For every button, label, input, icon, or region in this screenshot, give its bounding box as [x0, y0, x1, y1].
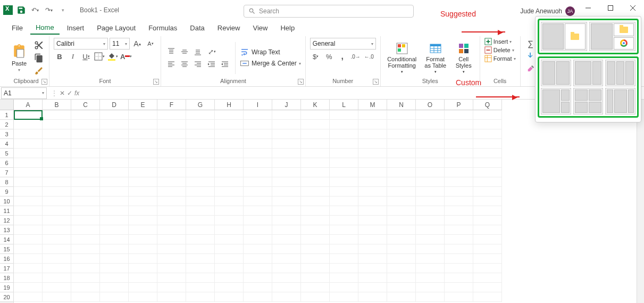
cell[interactable] — [215, 158, 244, 168]
cell[interactable] — [71, 129, 100, 139]
cell[interactable] — [43, 168, 71, 177]
cell[interactable] — [387, 264, 416, 273]
cell[interactable] — [100, 235, 129, 244]
cell[interactable] — [387, 225, 416, 235]
column-header[interactable]: A — [14, 100, 43, 110]
snap-layout-half[interactable] — [541, 60, 571, 86]
cell[interactable] — [100, 244, 129, 254]
cell[interactable] — [157, 273, 186, 283]
percent-format-button[interactable]: % — [323, 51, 335, 62]
cell[interactable] — [301, 110, 330, 120]
cell[interactable] — [157, 283, 186, 292]
cell[interactable] — [272, 235, 301, 244]
cell[interactable] — [244, 264, 272, 273]
increase-decimal-button[interactable]: .0→ — [350, 51, 362, 62]
font-name-combo[interactable]: Calibri▾ — [54, 38, 108, 50]
cell[interactable] — [387, 177, 416, 187]
cell[interactable] — [387, 292, 416, 302]
row-header[interactable]: 3 — [0, 129, 13, 139]
cell[interactable] — [416, 149, 445, 158]
cell[interactable] — [244, 139, 272, 149]
cell[interactable] — [186, 235, 215, 244]
enter-formula-button[interactable]: ✓ — [67, 89, 72, 97]
cell[interactable] — [215, 206, 244, 216]
cell[interactable] — [301, 120, 330, 129]
cell[interactable] — [445, 273, 473, 283]
cell[interactable] — [473, 292, 502, 302]
cell[interactable] — [157, 292, 186, 302]
cell[interactable] — [186, 283, 215, 292]
cell[interactable] — [100, 187, 129, 196]
accounting-format-button[interactable]: $▾ — [310, 51, 322, 62]
cell[interactable] — [71, 110, 100, 120]
cell[interactable] — [445, 292, 473, 302]
cell[interactable] — [100, 254, 129, 264]
cell[interactable] — [215, 110, 244, 120]
cell[interactable] — [330, 283, 358, 292]
cell[interactable] — [445, 264, 473, 273]
cell[interactable] — [186, 158, 215, 168]
cell[interactable] — [14, 244, 43, 254]
cell[interactable] — [71, 283, 100, 292]
cell[interactable] — [244, 244, 272, 254]
cell[interactable] — [71, 187, 100, 196]
cell[interactable] — [416, 292, 445, 302]
cell[interactable] — [129, 139, 157, 149]
column-header[interactable]: F — [157, 100, 186, 110]
align-middle-button[interactable] — [179, 46, 190, 57]
cell[interactable] — [416, 110, 445, 120]
cell[interactable] — [157, 120, 186, 129]
align-center-button[interactable] — [179, 59, 190, 69]
merge-center-button[interactable]: Merge & Center ▾ — [240, 59, 301, 68]
cell[interactable] — [358, 158, 387, 168]
orientation-button[interactable]: ⤢▾ — [206, 46, 218, 57]
cell[interactable] — [14, 177, 43, 187]
cell[interactable] — [215, 139, 244, 149]
cell[interactable] — [186, 196, 215, 206]
snap-layout-thirds[interactable] — [605, 60, 635, 86]
cell[interactable] — [186, 177, 215, 187]
cell[interactable] — [186, 187, 215, 196]
cell[interactable] — [43, 216, 71, 225]
tab-file[interactable]: File — [6, 22, 28, 34]
increase-font-button[interactable]: A▴ — [131, 38, 143, 49]
cell[interactable] — [157, 254, 186, 264]
cell[interactable] — [71, 254, 100, 264]
cell[interactable] — [330, 158, 358, 168]
cell[interactable] — [272, 206, 301, 216]
cell[interactable] — [43, 264, 71, 273]
cell[interactable] — [301, 254, 330, 264]
vertical-scrollbar[interactable] — [637, 100, 644, 303]
cell[interactable] — [14, 110, 43, 120]
align-right-button[interactable] — [192, 59, 204, 69]
number-launcher[interactable]: ↘ — [373, 79, 379, 85]
row-header[interactable]: 18 — [0, 273, 13, 283]
cell[interactable] — [445, 216, 473, 225]
cell[interactable] — [244, 254, 272, 264]
copy-button[interactable] — [33, 53, 45, 63]
cell[interactable] — [129, 254, 157, 264]
cell[interactable] — [157, 235, 186, 244]
cell[interactable] — [358, 177, 387, 187]
cell[interactable] — [330, 110, 358, 120]
cell[interactable] — [157, 216, 186, 225]
tab-review[interactable]: Review — [212, 22, 246, 34]
cell[interactable] — [100, 196, 129, 206]
cell[interactable] — [272, 177, 301, 187]
cell[interactable] — [186, 129, 215, 139]
cell[interactable] — [272, 196, 301, 206]
cell[interactable] — [358, 187, 387, 196]
cell[interactable] — [244, 225, 272, 235]
cell[interactable] — [445, 158, 473, 168]
cell[interactable] — [387, 244, 416, 254]
tab-formulas[interactable]: Formulas — [143, 22, 182, 34]
cell[interactable] — [129, 283, 157, 292]
column-header[interactable]: L — [330, 100, 358, 110]
cell[interactable] — [358, 149, 387, 158]
cell[interactable] — [473, 235, 502, 244]
cell[interactable] — [129, 168, 157, 177]
cell[interactable] — [387, 168, 416, 177]
cell[interactable] — [301, 264, 330, 273]
cell[interactable] — [14, 158, 43, 168]
column-headers[interactable]: ABCDEFGHIJKLMNOPQ — [14, 100, 502, 110]
